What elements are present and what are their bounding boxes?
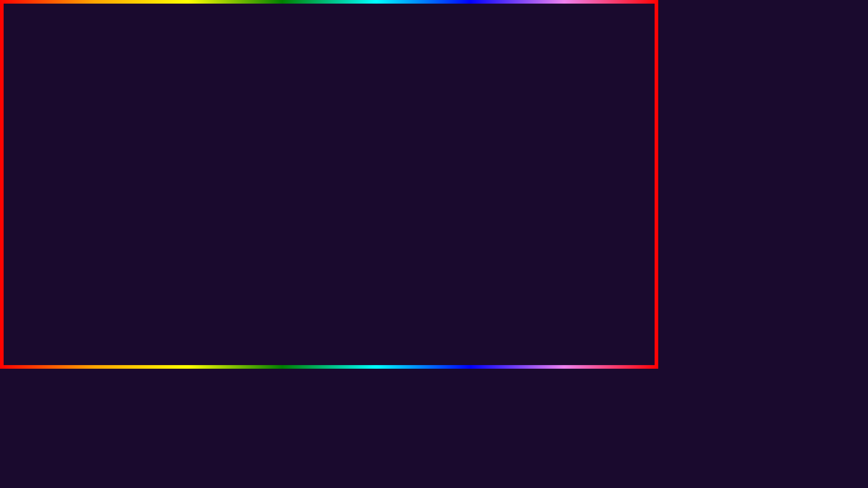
main-title-text: แจกสคริปออโต้ฟาร์ม — [23, 5, 406, 54]
toggle-label-death: Death — [74, 270, 90, 277]
game-character: BLOX FRUITS — [552, 10, 648, 106]
toggle-auto-mystic-island[interactable] — [249, 216, 270, 227]
bottom-text-red: มือถือ — [87, 322, 145, 360]
tab-main[interactable]: Main — [73, 113, 98, 126]
tab-du[interactable]: Du — [191, 113, 212, 126]
panel-header: ZAMEX HUB | BLOX FRUIT — [66, 95, 278, 111]
script-panel: ZAMEX HUB | BLOX FRUIT Main Combat Stats… — [66, 95, 278, 290]
toggle-label-auto-superhuman: Auto Superhuman — [74, 250, 125, 257]
panel-nav: Main Combat Stats Teleport Du — [66, 111, 278, 127]
divider-line-right — [182, 183, 272, 183]
bottom-text-yellow: ฟรี!! — [148, 322, 193, 360]
toggle-row-auto-farm-level: Auto Farm Level — [72, 192, 272, 211]
divider-line-left-2 — [72, 235, 149, 235]
weapon-select-label: Select Weapon : Dragon Talon — [79, 138, 164, 145]
toggle-row-auto-superhuman: Auto Superhuman — [72, 244, 272, 263]
main-title: แจกสคริปออโต้ฟาร์ม — [23, 8, 406, 52]
refresh-weapon-button[interactable]: Refresh Weapon — [72, 155, 272, 173]
game-image-box: BLOX FRUITS — [551, 8, 650, 108]
blox-fruits-logo: BLOX FRUITS — [619, 85, 645, 102]
blox-logo-text: BLOX FRUITS — [624, 88, 640, 99]
toggle-death[interactable] — [249, 268, 270, 279]
panel-pipe: | — [112, 99, 113, 106]
right-texts: ฟาร์มโคตรเร็ว ฟาร์มลื่นๆ ออโต้ลงดัน — [426, 136, 631, 243]
weapon-select-dropdown[interactable]: Select Weapon : Dragon Talon ▼ — [72, 133, 272, 150]
divider-line-right-2 — [195, 235, 272, 235]
tab-teleport[interactable]: Teleport — [157, 113, 191, 126]
bottom-left: รองรับ มือถือ ฟรี!! — [18, 322, 193, 360]
bottom-text-white: รองรับ — [18, 322, 84, 360]
panel-content: Select Weapon : Dragon Talon ▼ Refresh W… — [66, 127, 278, 290]
toggle-row-auto-mystic: Auto Mystic Island — [72, 211, 272, 231]
toggle-auto-farm-level[interactable] — [249, 196, 270, 207]
toggle-auto-superhuman[interactable] — [249, 248, 270, 259]
right-text-line-3: ออโต้ลงดัน — [426, 207, 631, 243]
toggle-label-auto-farm: Auto Farm Level — [74, 198, 120, 205]
panel-brand: ZAMEX — [73, 99, 94, 106]
chevron-down-icon: ▼ — [259, 138, 265, 145]
panel-hub: HUB — [96, 99, 109, 106]
section-fighting-label: Fighting Style — [152, 231, 191, 238]
divider-line-left — [72, 183, 161, 183]
character-glow — [569, 14, 632, 96]
toggle-row-death: Death — [72, 263, 272, 283]
right-text-line-2: ฟาร์มลื่นๆ — [426, 171, 631, 207]
section-divider-main: Main — [72, 179, 272, 186]
section-divider-fighting: Fighting Style — [72, 231, 272, 238]
tab-combat[interactable]: Combat — [98, 113, 132, 126]
panel-game-name: BLOX FRUIT — [116, 99, 151, 106]
section-main-label: Main — [165, 179, 179, 186]
right-text-line-1: ฟาร์มโคตรเร็ว — [426, 136, 631, 171]
tab-stats[interactable]: Stats — [132, 113, 158, 126]
toggle-label-auto-mystic: Auto Mystic Island — [74, 218, 125, 225]
